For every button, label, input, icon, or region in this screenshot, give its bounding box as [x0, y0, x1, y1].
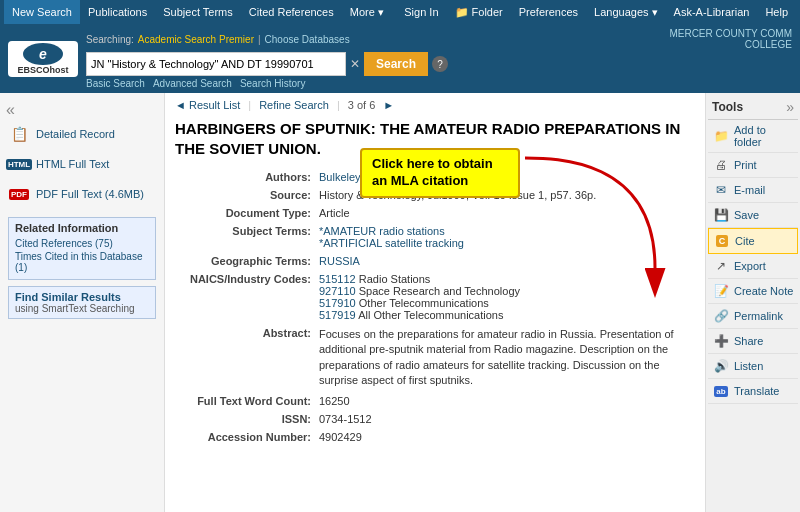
naics-3-code[interactable]: 517910 — [319, 297, 356, 309]
share-icon: ➕ — [712, 333, 730, 349]
related-information-box: Related Information Cited References (75… — [8, 217, 156, 280]
advanced-search-link[interactable]: Advanced Search — [153, 78, 232, 89]
result-count: 3 of 6 — [348, 99, 376, 111]
print-button[interactable]: 🖨 Print — [708, 153, 798, 178]
search-history-link[interactable]: Search History — [240, 78, 306, 89]
content-area: ◄ Result List | Refine Search | 3 of 6 ►… — [165, 93, 705, 512]
naics-4-code[interactable]: 517919 — [319, 309, 356, 321]
html-icon: HTML — [8, 153, 30, 175]
next-result-link[interactable]: ► — [383, 99, 394, 111]
detail-table: Authors: Bulkeley, Rip Source: History &… — [175, 168, 695, 446]
export-button[interactable]: ↗ Export — [708, 254, 798, 279]
top-nav: New Search Publications Subject Terms Ci… — [0, 0, 800, 24]
main-layout: « 📋 Detailed Record HTML HTML Full Text … — [0, 93, 800, 512]
accession-value: 4902429 — [315, 428, 695, 446]
searching-label: Searching: — [86, 34, 134, 45]
doc-type-label: Document Type: — [175, 204, 315, 222]
geo-terms-label: Geographic Terms: — [175, 252, 315, 270]
search-input[interactable] — [86, 52, 346, 76]
header: e EBSCOhost Searching: Academic Search P… — [0, 24, 800, 93]
note-icon: 📝 — [712, 283, 730, 299]
doc-type-value: Article — [315, 204, 695, 222]
fulltext-count-row: Full Text Word Count: 16250 — [175, 392, 695, 410]
naics-2-code[interactable]: 927110 — [319, 285, 356, 297]
search-button[interactable]: Search — [364, 52, 428, 76]
search-area: Searching: Academic Search Premier | Cho… — [86, 28, 792, 89]
subject-terms-label: Subject Terms: — [175, 222, 315, 252]
institution-name: MERCER COUNTY COMM COLLEGE — [669, 28, 792, 50]
collapse-sidebar-button[interactable]: « — [4, 101, 17, 119]
cited-references-link[interactable]: Cited References (75) — [15, 238, 149, 249]
html-full-text-link[interactable]: HTML HTML Full Text — [4, 149, 160, 179]
doc-type-row: Document Type: Article — [175, 204, 695, 222]
fulltext-count-value: 16250 — [315, 392, 695, 410]
add-to-folder-button[interactable]: 📁 Add to folder — [708, 120, 798, 153]
share-button[interactable]: ➕ Share — [708, 329, 798, 354]
print-icon: 🖨 — [712, 157, 730, 173]
detailed-record-link[interactable]: 📋 Detailed Record — [4, 119, 160, 149]
left-sidebar: « 📋 Detailed Record HTML HTML Full Text … — [0, 93, 165, 512]
folder-icon: 📁 — [712, 128, 730, 144]
save-button[interactable]: 💾 Save — [708, 203, 798, 228]
result-nav: ◄ Result List | Refine Search | 3 of 6 ► — [175, 99, 695, 111]
search-help-icon[interactable]: ? — [432, 56, 448, 72]
authors-label: Authors: — [175, 168, 315, 186]
naics-label: NAICS/Industry Codes: — [175, 270, 315, 324]
permalink-icon: 🔗 — [712, 308, 730, 324]
cite-button[interactable]: C Cite — [708, 228, 798, 254]
mla-callout-bubble: Click here to obtain an MLA citation — [360, 148, 520, 198]
find-similar-link[interactable]: Find Similar Results — [15, 291, 149, 303]
abstract-row: Abstract: Focuses on the preparations fo… — [175, 324, 695, 392]
ebsco-logo-mark: e — [23, 43, 63, 65]
nav-publications[interactable]: Publications — [80, 0, 155, 24]
abstract-value: Focuses on the preparations for amateur … — [315, 324, 695, 392]
accession-row: Accession Number: 4902429 — [175, 428, 695, 446]
db-name-link[interactable]: Academic Search Premier — [138, 34, 254, 45]
source-label: Source: — [175, 186, 315, 204]
abstract-label: Abstract: — [175, 324, 315, 392]
email-button[interactable]: ✉ E-mail — [708, 178, 798, 203]
nav-folder[interactable]: 📁 Folder — [447, 6, 511, 19]
refine-search-link[interactable]: Refine Search — [259, 99, 329, 111]
nav-new-search[interactable]: New Search — [4, 0, 80, 24]
nav-more[interactable]: More ▾ — [342, 0, 392, 24]
basic-search-link[interactable]: Basic Search — [86, 78, 145, 89]
naics-row: NAICS/Industry Codes: 515112 Radio Stati… — [175, 270, 695, 324]
nav-cited-references[interactable]: Cited References — [241, 0, 342, 24]
create-note-button[interactable]: 📝 Create Note — [708, 279, 798, 304]
tools-header: Tools » — [708, 97, 798, 120]
ebsco-logo: e EBSCOhost — [8, 41, 78, 77]
permalink-button[interactable]: 🔗 Permalink — [708, 304, 798, 329]
collapse-tools-button[interactable]: » — [786, 99, 794, 115]
nav-languages[interactable]: Languages ▾ — [586, 6, 666, 19]
issn-value: 0734-1512 — [315, 410, 695, 428]
nav-ask-librarian[interactable]: Ask-A-Librarian — [666, 6, 758, 18]
naics-1-code[interactable]: 515112 — [319, 273, 356, 285]
ebsco-host-text: EBSCOhost — [17, 65, 68, 75]
pdf-full-text-link[interactable]: PDF PDF Full Text (4.6MB) — [4, 179, 160, 209]
nav-sign-in[interactable]: Sign In — [396, 6, 446, 18]
save-icon: 💾 — [712, 207, 730, 223]
nav-preferences[interactable]: Preferences — [511, 6, 586, 18]
record-links-section: 📋 Detailed Record HTML HTML Full Text PD… — [4, 119, 160, 209]
choose-databases-link[interactable]: Choose Databases — [265, 34, 350, 45]
geo-term-1[interactable]: RUSSIA — [319, 255, 360, 267]
subject-term-1[interactable]: *AMATEUR radio stations — [319, 225, 691, 237]
subject-term-2[interactable]: *ARTIFICIAL satellite tracking — [319, 237, 691, 249]
geo-terms-row: Geographic Terms: RUSSIA — [175, 252, 695, 270]
result-list-link[interactable]: ◄ Result List — [175, 99, 240, 111]
export-icon: ↗ — [712, 258, 730, 274]
clear-search-button[interactable]: ✕ — [350, 57, 360, 71]
issn-row: ISSN: 0734-1512 — [175, 410, 695, 428]
times-cited-link[interactable]: Times Cited in this Database (1) — [15, 251, 149, 273]
find-similar-box: Find Similar Results using SmartText Sea… — [8, 286, 156, 319]
nav-subject-terms[interactable]: Subject Terms — [155, 0, 241, 24]
accession-label: Accession Number: — [175, 428, 315, 446]
nav-help[interactable]: Help — [757, 6, 796, 18]
issn-label: ISSN: — [175, 410, 315, 428]
right-tools-panel: Tools » 📁 Add to folder 🖨 Print ✉ E-mail… — [705, 93, 800, 512]
listen-button[interactable]: 🔊 Listen — [708, 354, 798, 379]
subject-terms-row: Subject Terms: *AMATEUR radio stations *… — [175, 222, 695, 252]
translate-button[interactable]: ab Translate — [708, 379, 798, 404]
search-input-row: ✕ Search ? — [86, 52, 792, 76]
